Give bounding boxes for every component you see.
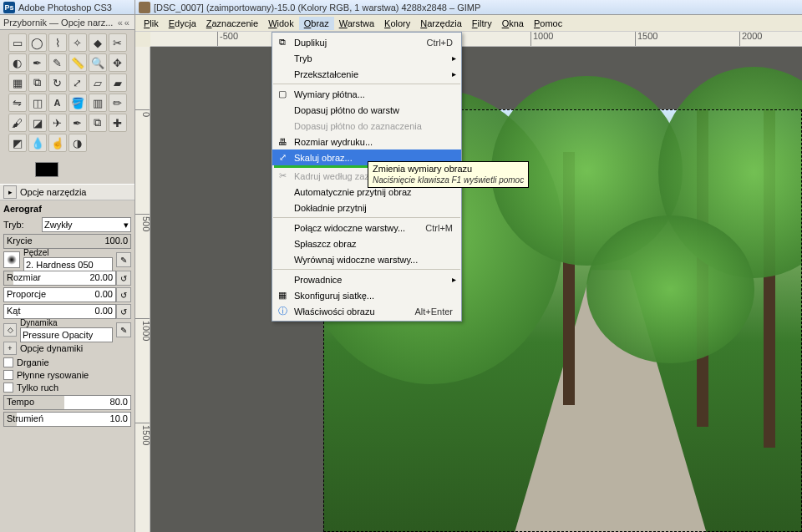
- menu-filtry[interactable]: Filtry: [467, 17, 497, 30]
- menu-wlasciwosci[interactable]: ⓘWłaściwości obrazuAlt+Enter: [272, 303, 461, 319]
- tool-crop[interactable]: ⧉: [28, 73, 47, 92]
- tool-eyedropper[interactable]: ✎: [48, 53, 67, 72]
- menu-okna[interactable]: Okna: [497, 17, 529, 30]
- tooltip-hint: Naciśnięcie klawisza F1 wyświetli pomoc: [373, 175, 524, 186]
- tool-scale[interactable]: ⤢: [69, 73, 87, 92]
- menu-rozmiar-wydruku[interactable]: 🖶Rozmiar wydruku...: [272, 134, 461, 149]
- tooltip-title: Zmienia wymiary obrazu: [373, 164, 524, 175]
- options-panel: Aerograf Tryb: Zwykły▾ 100.0 Krycie Pędz…: [0, 200, 135, 532]
- tool-brush[interactable]: 🖌: [8, 114, 27, 132]
- tool-gradient[interactable]: ▥: [89, 94, 107, 112]
- toolbox-titlebar[interactable]: Przybornik — Opcje narz... ««: [0, 15, 135, 30]
- menu-wyrownaj[interactable]: Wyrównaj widoczne warstwy...: [272, 251, 461, 267]
- menu-siatka[interactable]: ▦Skonfiguruj siatkę...: [272, 287, 461, 303]
- duplicate-icon: ⧉: [276, 36, 289, 49]
- jitter-checkbox[interactable]: [3, 357, 13, 367]
- tool-wand[interactable]: ✧: [69, 33, 87, 52]
- brush-select[interactable]: 2. Hardness 050: [23, 257, 113, 272]
- tool-name: Aerograf: [3, 204, 131, 214]
- ps-title: Adobe Photoshop CS3: [18, 3, 112, 13]
- menu-pomoc[interactable]: Pomoc: [529, 17, 567, 30]
- tool-ink[interactable]: ✒: [69, 114, 87, 132]
- ruler-horizontal[interactable]: -500 0 500 1000 1500 2000: [150, 32, 802, 47]
- tool-bucket[interactable]: 🪣: [69, 94, 87, 112]
- flow-slider[interactable]: 10.0 Strumień: [3, 412, 131, 427]
- tool-shear[interactable]: ▱: [89, 73, 107, 92]
- tempo-slider[interactable]: 80.0 Tempo: [3, 395, 131, 410]
- size-reset-button[interactable]: ↺: [116, 271, 131, 286]
- dynamics-options-expander[interactable]: + Opcje dynamiki: [3, 342, 131, 355]
- menu-narzedzia[interactable]: Narzędzia: [415, 17, 467, 30]
- mode-select[interactable]: Zwykły▾: [42, 217, 131, 232]
- menu-zaznaczenie[interactable]: Zaznaczenie: [201, 17, 263, 30]
- mode-label: Tryb:: [3, 220, 42, 230]
- tool-rotate[interactable]: ↻: [48, 73, 67, 92]
- tooltip: Zmienia wymiary obrazu Naciśnięcie klawi…: [368, 161, 529, 188]
- menu-dopasuj-warstwy[interactable]: Dopasuj płótno do warstw: [272, 102, 461, 118]
- menu-polacz-warstwy[interactable]: Połącz widoczne warstwy...Ctrl+M: [272, 220, 461, 236]
- menu-duplikuj[interactable]: ⧉DuplikujCtrl+D: [272, 34, 461, 50]
- dynamics-edit-button[interactable]: ✎: [116, 322, 131, 337]
- canvas[interactable]: [150, 47, 802, 532]
- tool-paths[interactable]: ✒: [28, 53, 47, 72]
- toolbox-menu-icon[interactable]: ««: [118, 18, 131, 28]
- tool-smudge[interactable]: ☝: [48, 134, 67, 152]
- menubar[interactable]: Plik Edycja Zaznaczenie Widok Obraz Wars…: [135, 15, 802, 32]
- motion-checkbox[interactable]: [3, 383, 13, 393]
- angle-slider[interactable]: 0.00 Kąt: [3, 304, 116, 319]
- dynamics-icon[interactable]: ◇: [3, 323, 17, 337]
- menu-splaszcz[interactable]: Spłaszcz obraz: [272, 236, 461, 251]
- ruler-vertical[interactable]: 0 500 1000 1500: [135, 47, 150, 532]
- brush-edit-button[interactable]: ✎: [116, 252, 131, 267]
- tool-lasso[interactable]: ⌇: [48, 33, 67, 52]
- options-toggle-icon[interactable]: ▸: [3, 185, 17, 199]
- menu-przeksztalcenie[interactable]: Przekształcenie: [272, 66, 461, 82]
- tool-dodge[interactable]: ◑: [69, 134, 87, 152]
- color-swatches[interactable]: [0, 155, 135, 184]
- opacity-slider[interactable]: 100.0 Krycie: [3, 234, 131, 249]
- tool-foreground[interactable]: ◐: [8, 53, 27, 72]
- scale-icon: ⤢: [276, 151, 289, 165]
- tool-rectselect[interactable]: ▭: [8, 33, 27, 52]
- menu-prowadnice[interactable]: Prowadnice: [272, 271, 461, 287]
- tool-pencil[interactable]: ✏: [109, 94, 127, 112]
- tool-color-select[interactable]: ◆: [89, 33, 107, 52]
- tool-perspective[interactable]: ▰: [109, 73, 127, 92]
- tool-heal[interactable]: ✚: [109, 114, 127, 132]
- tool-measure[interactable]: 📏: [69, 53, 87, 72]
- tool-zoom[interactable]: 🔍: [89, 53, 107, 72]
- menu-widok[interactable]: Widok: [263, 17, 299, 30]
- tool-perspective-clone[interactable]: ◩: [8, 134, 27, 152]
- size-slider[interactable]: 20.00 Rozmiar: [3, 271, 116, 286]
- plus-icon: +: [3, 342, 17, 355]
- tool-move[interactable]: ✥: [109, 53, 127, 72]
- menu-plik[interactable]: Plik: [139, 17, 164, 30]
- dynamics-select[interactable]: Pressure Opacity: [20, 327, 113, 342]
- tool-airbrush[interactable]: ✈: [48, 114, 67, 132]
- canvas-size-icon: ▢: [276, 88, 289, 101]
- brush-preview[interactable]: [3, 251, 20, 268]
- angle-reset-button[interactable]: ↺: [116, 304, 131, 319]
- menu-obraz[interactable]: Obraz: [299, 17, 334, 30]
- tool-cage[interactable]: ◫: [28, 94, 47, 112]
- tool-eraser[interactable]: ◪: [28, 114, 47, 132]
- menu-wymiary-plotna[interactable]: ▢Wymiary płótna...: [272, 86, 461, 102]
- ps-logo-icon: Ps: [3, 2, 15, 13]
- ratio-slider[interactable]: 0.00 Proporcje: [3, 287, 116, 302]
- ratio-reset-button[interactable]: ↺: [116, 287, 131, 302]
- tool-blur[interactable]: 💧: [28, 134, 47, 152]
- tool-text[interactable]: A: [48, 94, 67, 112]
- menu-edycja[interactable]: Edycja: [164, 17, 201, 30]
- tool-clone[interactable]: ⧉: [89, 114, 107, 132]
- tool-flip[interactable]: ⇋: [8, 94, 27, 112]
- options-title: Opcje narzędzia: [20, 187, 87, 197]
- smooth-checkbox[interactable]: [3, 370, 13, 380]
- options-header[interactable]: ▸ Opcje narzędzia: [0, 184, 135, 200]
- menu-tryb[interactable]: Tryb: [272, 50, 461, 66]
- menu-kolory[interactable]: Kolory: [379, 17, 415, 30]
- menu-zealous-crop[interactable]: Dokładnie przytnij: [272, 200, 461, 215]
- tool-align[interactable]: ▦: [8, 73, 27, 92]
- tool-ellipse[interactable]: ◯: [28, 33, 47, 52]
- menu-warstwa[interactable]: Warstwa: [334, 17, 379, 30]
- tool-scissors[interactable]: ✂: [109, 33, 127, 52]
